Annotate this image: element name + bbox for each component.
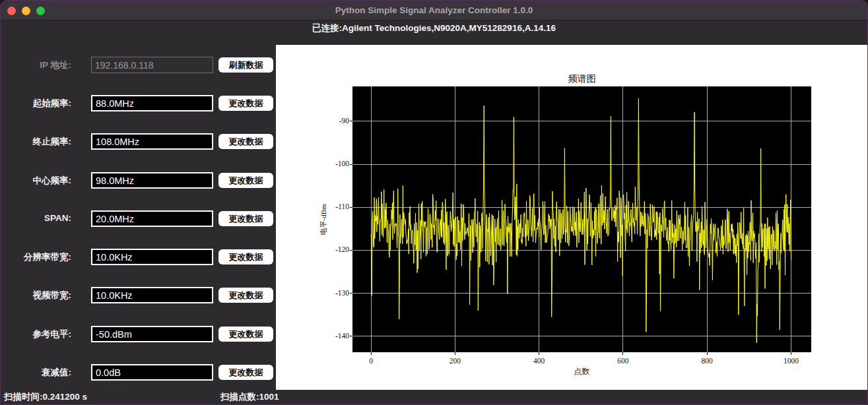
y-tick-label: -130 (323, 289, 349, 297)
x-tick-label: 200 (438, 357, 471, 365)
x-tick-label: 0 (354, 357, 387, 365)
attenuation-label: 衰减值: (5, 367, 71, 379)
y-tick-label: -120 (323, 245, 349, 253)
attenuation-input[interactable] (91, 364, 213, 381)
stop-frequency-input[interactable] (91, 133, 213, 150)
y-tick-label: -100 (323, 160, 349, 168)
sweep-time-status: 扫描时间:0.241200 s (4, 390, 87, 405)
form-row-center-freq: 中心频率: 更改数据 (1, 172, 276, 189)
resolution-bandwidth-label: 分辨率带宽: (5, 251, 71, 263)
ip-address-label: IP 地址: (5, 59, 71, 71)
change-data-button-vbw[interactable]: 更改数据 (218, 288, 273, 303)
start-frequency-label: 起始频率: (5, 98, 71, 109)
form-row-rbw: 分辨率带宽: 更改数据 (1, 249, 276, 266)
video-bandwidth-input[interactable] (91, 287, 213, 303)
form-row-span: SPAN: 更改数据 (1, 210, 276, 228)
change-data-button-rbw[interactable]: 更改数据 (218, 249, 273, 265)
reference-level-input[interactable] (91, 326, 213, 342)
change-data-button-attenuation[interactable]: 更改数据 (218, 365, 273, 380)
start-frequency-input[interactable] (91, 95, 213, 111)
y-tick-label: -90 (323, 117, 349, 125)
x-tick-label: 800 (690, 357, 723, 365)
x-tick-label: 1000 (774, 357, 807, 365)
form-row-vbw: 视频带宽: 更改数据 (1, 287, 276, 304)
x-tick-label: 400 (523, 357, 556, 365)
x-axis-label: 点数 (574, 366, 590, 377)
change-data-button-span[interactable]: 更改数据 (218, 211, 273, 226)
plot-title: 频谱图 (568, 73, 596, 85)
form-row-ip: IP 地址: 刷新数据 (1, 57, 276, 74)
form-row-ref-level: 参考电平: 更改数据 (1, 326, 276, 343)
sweep-points-status: 扫描点数:1001 (220, 390, 279, 405)
y-tick-label: -110 (323, 202, 349, 210)
spectrum-plot (276, 45, 868, 390)
y-tick-label: -140 (323, 332, 349, 340)
app-window: Python Simple Signal Analyzer Controller… (0, 0, 868, 405)
titlebar: Python Simple Signal Analyzer Controller… (1, 1, 867, 20)
form-row-attenuation: 衰减值: 更改数据 (1, 364, 276, 381)
refresh-data-button[interactable]: 刷新数据 (218, 57, 273, 73)
ip-address-input[interactable] (91, 57, 213, 73)
x-tick-label: 600 (607, 357, 640, 365)
change-data-button-start-freq[interactable]: 更改数据 (218, 96, 273, 111)
bottom-status-bar: 扫描时间:0.241200 s 扫描点数:1001 (1, 390, 867, 405)
connection-status: 已连接:Agilent Technologies,N9020A,MY512829… (1, 20, 867, 36)
center-frequency-input[interactable] (91, 172, 213, 189)
form-row-stop-freq: 终止频率: 更改数据 (1, 133, 276, 150)
window-title: Python Simple Signal Analyzer Controller… (1, 1, 867, 20)
span-input[interactable] (91, 210, 213, 227)
stop-frequency-label: 终止频率: (5, 136, 71, 148)
change-data-button-ref-level[interactable]: 更改数据 (218, 327, 273, 342)
video-bandwidth-label: 视频带宽: (5, 290, 71, 301)
spectrum-figure: 频谱图点数电平-dBm02004006008001000-90-100-110-… (276, 45, 868, 390)
reference-level-label: 参考电平: (5, 328, 71, 340)
form-row-start-freq: 起始频率: 更改数据 (1, 95, 276, 112)
resolution-bandwidth-input[interactable] (91, 249, 213, 265)
change-data-button-center-freq[interactable]: 更改数据 (218, 173, 273, 188)
span-label: SPAN: (5, 213, 71, 223)
change-data-button-stop-freq[interactable]: 更改数据 (218, 134, 273, 149)
center-frequency-label: 中心频率: (5, 175, 71, 187)
